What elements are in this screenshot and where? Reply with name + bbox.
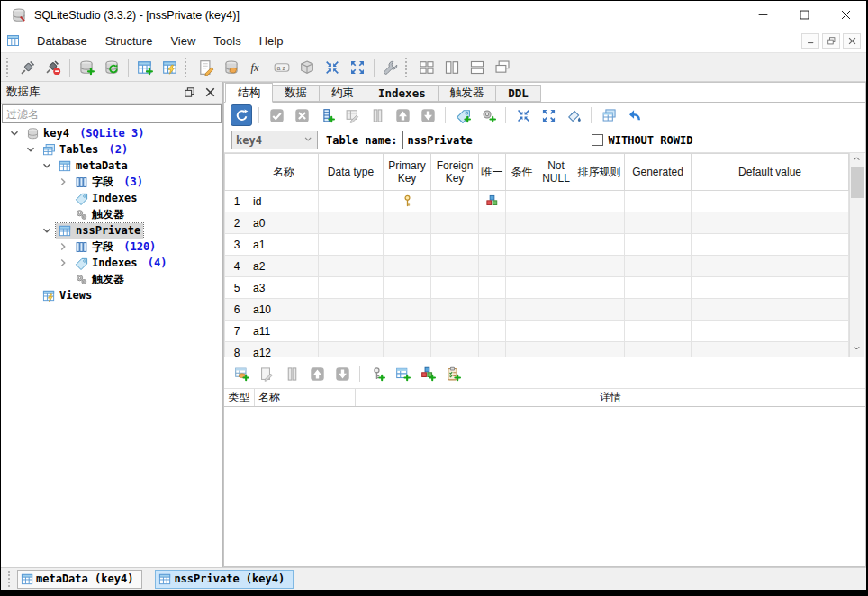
column-header-Not NULL[interactable]: Not NULL — [538, 154, 574, 191]
chevron-right-icon[interactable] — [57, 240, 69, 253]
tree-node[interactable]: 触发器 — [72, 272, 127, 287]
chevron-down-icon[interactable] — [41, 224, 53, 237]
cell-default-value[interactable] — [692, 321, 849, 342]
tab-Indexes[interactable]: Indexes — [366, 85, 439, 102]
add-foreign-key-button[interactable] — [392, 363, 413, 384]
column-row-id[interactable]: 1id — [225, 191, 849, 212]
rollback-structure-button[interactable] — [291, 104, 312, 126]
add-database-button[interactable] — [75, 56, 98, 79]
tree-node[interactable]: metaData — [56, 158, 131, 174]
constraints-column-类型[interactable]: 类型 — [224, 389, 255, 406]
chevron-right-icon[interactable] — [57, 257, 69, 269]
cell-collation[interactable] — [574, 256, 625, 277]
column-header-rownum[interactable] — [225, 154, 249, 191]
cell-generated[interactable] — [625, 277, 692, 299]
column-row-a3[interactable]: 5a3 — [225, 277, 849, 299]
edit-column-button[interactable] — [341, 104, 363, 126]
cell-name[interactable]: a2 — [249, 256, 319, 277]
cell-foreign-key[interactable] — [431, 191, 479, 212]
maximize-button[interactable] — [783, 1, 825, 29]
cell-default-value[interactable] — [692, 212, 849, 234]
column-row-a1[interactable]: 3a1 — [225, 234, 849, 256]
cell-name[interactable]: a0 — [249, 212, 319, 234]
column-row-a0[interactable]: 2a0 — [225, 212, 849, 234]
cell-unique[interactable] — [479, 212, 506, 234]
add-table-constraint-button[interactable] — [231, 363, 252, 384]
taskbar-window-metaData[interactable]: metaData (key4) — [17, 570, 142, 589]
cell-not-null[interactable] — [538, 342, 574, 357]
open-collations-editor-button[interactable]: a·z — [270, 56, 294, 79]
constraints-column-详情[interactable]: 详情 — [356, 389, 865, 406]
mdi-restore-button[interactable] — [822, 33, 840, 49]
windows-horizontal-button[interactable] — [466, 56, 489, 79]
column-header-Default value[interactable]: Default value — [692, 154, 849, 191]
tab-DDL[interactable]: DDL — [495, 85, 541, 102]
cell-condition[interactable] — [506, 256, 538, 277]
grid-vertical-scrollbar[interactable] — [849, 153, 864, 357]
cell-unique[interactable] — [479, 191, 506, 212]
cell-default-value[interactable] — [692, 234, 849, 256]
tree-item-Tables[interactable]: Tables (2) — [1, 141, 222, 158]
delete-constraint-button[interactable] — [281, 363, 303, 384]
cell-condition[interactable] — [506, 277, 538, 299]
cell-collation[interactable] — [574, 234, 625, 256]
panel-float-button[interactable] — [183, 86, 196, 99]
add-trigger-button[interactable] — [477, 104, 499, 126]
column-header-Generated[interactable]: Generated — [625, 154, 692, 191]
cell-foreign-key[interactable] — [431, 277, 479, 299]
add-column-button[interactable] — [316, 104, 338, 126]
fit-windows-button[interactable] — [321, 56, 344, 79]
column-row-a12[interactable]: 8a12 — [225, 342, 849, 357]
cell-default-value[interactable] — [692, 277, 849, 299]
unfit-windows-button[interactable] — [346, 56, 369, 79]
open-ddl-history-button[interactable] — [220, 56, 243, 79]
move-constraint-up-button[interactable] — [306, 363, 328, 384]
scroll-up-icon[interactable] — [850, 153, 865, 167]
cell-not-null[interactable] — [538, 299, 574, 321]
undo-button[interactable] — [623, 104, 645, 126]
cell-name[interactable]: a10 — [249, 299, 319, 321]
cell-name[interactable]: id — [249, 191, 319, 212]
add-check-button[interactable] — [442, 363, 464, 384]
tree-item-metaData[interactable]: metaData — [1, 158, 222, 174]
chevron-down-icon[interactable] — [24, 143, 37, 156]
cell-unique[interactable] — [479, 234, 506, 256]
edit-constraint-button[interactable] — [256, 363, 277, 384]
scroll-down-icon[interactable] — [850, 342, 865, 357]
column-header-名称[interactable]: 名称 — [249, 154, 319, 191]
cell-not-null[interactable] — [538, 212, 574, 234]
cell-foreign-key[interactable] — [431, 299, 479, 321]
cell-name[interactable]: a12 — [249, 342, 319, 357]
cell-condition[interactable] — [506, 234, 538, 256]
cell-datatype[interactable] — [319, 342, 384, 357]
without-rowid-checkbox[interactable] — [592, 134, 603, 146]
cell-generated[interactable] — [625, 321, 692, 342]
cell-datatype[interactable] — [319, 212, 384, 234]
move-column-up-button[interactable] — [392, 104, 413, 126]
windows-cascade-button[interactable] — [491, 56, 514, 79]
cell-condition[interactable] — [506, 299, 538, 321]
taskbar-window-nssPrivate[interactable]: nssPrivate (key4) — [155, 570, 294, 589]
cell-datatype[interactable] — [319, 256, 384, 277]
tab-数据[interactable]: 数据 — [272, 85, 320, 102]
scrollbar-thumb[interactable] — [851, 167, 864, 198]
cell-generated[interactable] — [625, 342, 692, 357]
add-unique-button[interactable] — [417, 363, 439, 384]
cell-foreign-key[interactable] — [431, 256, 479, 277]
cell-primary-key[interactable] — [384, 234, 431, 256]
close-button[interactable] — [825, 1, 866, 29]
cell-datatype[interactable] — [319, 191, 384, 212]
open-extensions-button[interactable] — [295, 56, 319, 79]
chevron-right-icon[interactable] — [57, 176, 69, 188]
tree-item-9[interactable]: 触发器 — [1, 271, 222, 287]
column-header-Data type[interactable]: Data type — [319, 154, 384, 191]
unfit-columns-button[interactable] — [538, 104, 559, 126]
chevron-down-icon[interactable] — [8, 127, 21, 140]
tree-node[interactable]: 字段 (3) — [72, 175, 146, 190]
column-header-排序规则[interactable]: 排序规则 — [574, 154, 625, 191]
tab-结构[interactable]: 结构 — [225, 83, 273, 103]
cell-default-value[interactable] — [692, 342, 849, 357]
tree-node[interactable]: Indexes — [72, 191, 140, 206]
column-row-a10[interactable]: 6a10 — [225, 299, 849, 321]
cell-generated[interactable] — [625, 299, 692, 321]
